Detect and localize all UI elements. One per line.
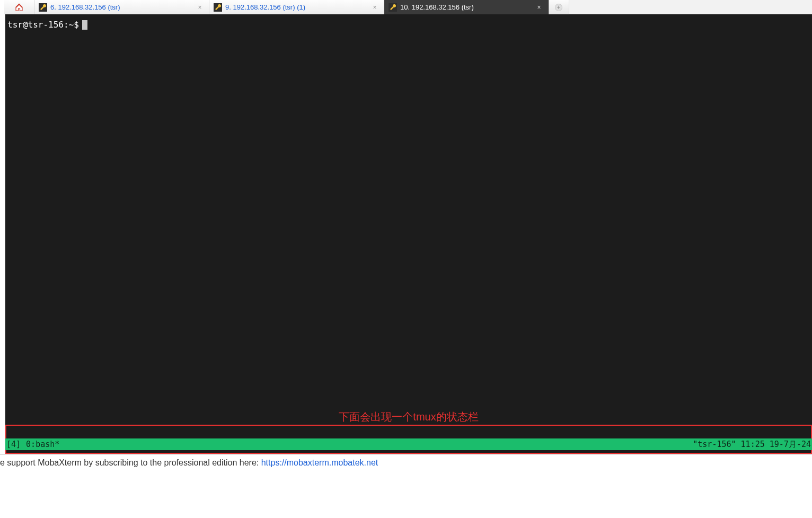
tab-session-10[interactable]: 10. 192.168.32.156 (tsr) × <box>384 0 549 14</box>
footer-prefix: e support MobaXterm by subscribing to th… <box>0 458 261 467</box>
prompt-line: tsr@tsr-156:~$ <box>7 20 87 30</box>
tab-session-6[interactable]: 6. 192.168.32.156 (tsr) × <box>34 0 209 14</box>
tab-label: 9. 192.168.32.156 (tsr) (1) <box>225 3 305 11</box>
plus-icon: + <box>555 4 562 11</box>
terminal[interactable]: tsr@tsr-156:~$ 下面会出现一个tmux的状态栏 <box>5 14 812 453</box>
close-icon[interactable]: × <box>371 4 378 11</box>
tmux-date: 19-7月-24 <box>770 440 811 449</box>
tmux-time: 11:25 <box>741 440 765 449</box>
tab-label: 10. 192.168.32.156 (tsr) <box>400 3 474 11</box>
tmux-host: "tsr-156" <box>693 440 736 449</box>
home-icon <box>15 3 23 12</box>
separator <box>0 454 812 455</box>
wrench-icon <box>389 3 397 12</box>
wrench-icon <box>39 3 47 12</box>
tab-bar: 6. 192.168.32.156 (tsr) × 9. 192.168.32.… <box>4 0 812 14</box>
tmux-window: 0:bash* <box>26 440 59 449</box>
cursor <box>82 20 87 30</box>
tmux-session: [4] <box>6 440 21 449</box>
tab-session-9[interactable]: 9. 192.168.32.156 (tsr) (1) × <box>209 0 384 14</box>
prompt-text: tsr@tsr-156:~$ <box>7 20 79 30</box>
footer-text: e support MobaXterm by subscribing to th… <box>0 458 378 468</box>
footer-link[interactable]: https://mobaxterm.mobatek.net <box>261 458 378 467</box>
new-tab-button[interactable]: + <box>549 0 569 14</box>
tab-label: 6. 192.168.32.156 (tsr) <box>50 3 120 11</box>
tab-home[interactable] <box>4 0 34 14</box>
close-icon[interactable]: × <box>196 4 204 11</box>
close-icon[interactable]: × <box>535 4 543 11</box>
wrench-icon <box>214 3 222 12</box>
annotation-text: 下面会出现一个tmux的状态栏 <box>5 410 812 424</box>
tmux-status-bar: [4] 0:bash* "tsr-156" 11:25 19-7月-24 <box>5 438 812 450</box>
